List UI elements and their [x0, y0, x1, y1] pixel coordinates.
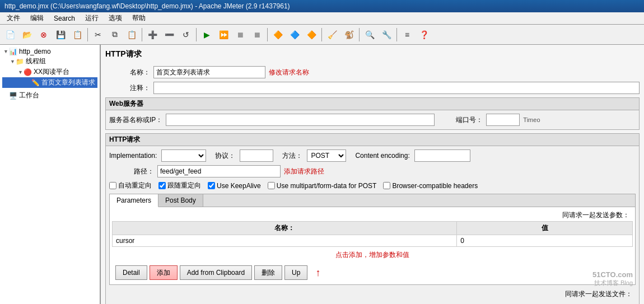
auto-redirect-checkbox[interactable]	[109, 182, 116, 189]
cut-button[interactable]: ✂	[90, 27, 106, 43]
tabs-container: Parameters Post Body 同请求一起发送参数：	[109, 194, 636, 285]
tree-item-thread-group[interactable]: ▼ 📁 线程组	[2, 56, 97, 67]
tabs-header: Parameters Post Body	[110, 194, 635, 207]
clear-button[interactable]: 🧹	[324, 27, 340, 43]
separator-7	[396, 28, 397, 41]
search-toolbar-button[interactable]: 🔍	[362, 27, 377, 43]
collapse-button[interactable]: ➖	[161, 27, 177, 43]
add-button[interactable]: 添加	[150, 265, 178, 280]
separator-2	[142, 28, 142, 41]
toggle-button[interactable]: ↺	[178, 27, 194, 43]
protocol-input[interactable]	[240, 149, 273, 162]
expand-icon-xx-reader: ▼	[18, 69, 24, 75]
clear-all-button[interactable]: 🐒	[341, 27, 357, 43]
title-bar: http_demo.jmx (C:\Users\wangfang.wf\Desk…	[0, 0, 644, 12]
save-as-button[interactable]: 📋	[69, 27, 85, 43]
multipart-checkbox[interactable]	[268, 182, 275, 189]
remote-stop-button[interactable]: 🔷	[287, 27, 302, 43]
tree-icon-http-demo: 📊	[9, 48, 17, 55]
open-button[interactable]: 📂	[19, 27, 35, 43]
menu-run[interactable]: 运行	[81, 12, 103, 24]
stop-button[interactable]: ⏹	[232, 27, 248, 43]
port-label: 端口号：	[438, 115, 483, 125]
separator-1	[87, 28, 88, 41]
start-no-pause-button[interactable]: ⏩	[216, 27, 231, 43]
tree-item-home-list[interactable]: ✏️ 首页文章列表请求	[2, 77, 97, 88]
method-label: 方法：	[282, 151, 302, 161]
implementation-select[interactable]	[161, 149, 206, 162]
path-input[interactable]	[157, 165, 281, 177]
method-select[interactable]: POST GET PUT DELETE	[307, 149, 346, 162]
tree-label-home-list: 首页文章列表请求	[41, 78, 95, 87]
tree-icon-xx-reader: 🔴	[24, 68, 32, 76]
web-server-title: Web服务器	[106, 98, 639, 110]
tree-icon-thread-group: 📁	[16, 58, 24, 66]
menu-options[interactable]: 选项	[104, 12, 127, 24]
keep-alive-label: Use KeepAlive	[217, 182, 261, 190]
watermark-blog: 技术博客 Blog	[592, 279, 633, 287]
comment-row: 注释：	[105, 82, 640, 94]
action-buttons: Detail 添加 Add from Clipboard 删除 Up ↑	[112, 263, 633, 282]
port-input[interactable]	[486, 114, 520, 126]
right-panel: HTTP请求 名称： 修改请求名称 注释： Web服务器 服务器名称或IP：	[101, 45, 644, 304]
tab-parameters[interactable]: Parameters	[110, 194, 158, 207]
menu-edit[interactable]: 编辑	[26, 12, 48, 24]
detail-button[interactable]: Detail	[115, 265, 147, 280]
delete-button[interactable]: 删除	[254, 265, 282, 280]
tree-icon-home-list: ✏️	[31, 79, 40, 87]
auto-redirect-checkbox-item: 自动重定向	[109, 181, 152, 190]
menu-bar: 文件 编辑 Search 运行 选项 帮助	[0, 12, 644, 25]
http-request-section-title: HTTP请求	[106, 134, 639, 146]
save-button[interactable]: 💾	[53, 27, 68, 43]
up-button[interactable]: Up	[284, 265, 307, 280]
left-panel: ▼ 📊 http_demo ▼ 📁 线程组 ▼ 🔴 XX阅读平台 ✏️ 首页文章…	[0, 45, 101, 304]
menu-file[interactable]: 文件	[2, 12, 25, 24]
reset-button[interactable]: 🔧	[379, 27, 394, 43]
keep-alive-checkbox[interactable]	[208, 182, 215, 189]
list-button[interactable]: ≡	[399, 27, 415, 43]
remote-start-button[interactable]: 🔶	[270, 27, 286, 43]
shutdown-button[interactable]: ⏹	[249, 27, 265, 43]
paste-button[interactable]: 📋	[124, 27, 139, 43]
menu-search[interactable]: Search	[49, 13, 80, 24]
comment-input[interactable]	[153, 82, 640, 94]
tree-item-workbench[interactable]: 🖥️ 工作台	[2, 90, 97, 101]
expand-icon-thread-group: ▼	[10, 59, 16, 64]
start-button[interactable]: ▶	[199, 27, 214, 43]
remote-shutdown-button[interactable]: 🔶	[304, 27, 319, 43]
separator-5	[321, 28, 322, 41]
copy-button[interactable]: ⧉	[107, 27, 123, 43]
http-request-section-content: Implementation: 协议： 方法： POST GET PUT DEL…	[106, 146, 639, 304]
tab-post-body[interactable]: Post Body	[158, 194, 203, 207]
col-value-header: 值	[457, 222, 633, 235]
tree-label-http-demo: http_demo	[19, 48, 51, 55]
tree-item-xx-reader[interactable]: ▼ 🔴 XX阅读平台	[2, 67, 97, 77]
protocol-label: 协议：	[215, 151, 235, 161]
implementation-row: Implementation: 协议： 方法： POST GET PUT DEL…	[109, 149, 636, 162]
path-row: 路径： 添加请求路径	[109, 165, 636, 177]
help-toolbar-button[interactable]: ❓	[416, 27, 432, 43]
title-text: http_demo.jmx (C:\Users\wangfang.wf\Desk…	[4, 2, 290, 10]
tree-item-http-demo[interactable]: ▼ 📊 http_demo	[2, 47, 97, 56]
name-row: 名称： 修改请求名称	[105, 66, 640, 78]
close-button[interactable]: ⊗	[36, 27, 52, 43]
add-from-clipboard-button[interactable]: Add from Clipboard	[180, 265, 252, 280]
server-name-input[interactable]	[166, 114, 435, 126]
content-encoding-input[interactable]	[414, 149, 470, 162]
http-request-form: HTTP请求 名称： 修改请求名称 注释： Web服务器 服务器名称或IP：	[101, 45, 644, 304]
expand-button[interactable]: ➕	[144, 27, 160, 43]
follow-redirect-checkbox[interactable]	[158, 182, 166, 189]
menu-help[interactable]: 帮助	[128, 12, 150, 24]
follow-redirect-label: 跟随重定向	[167, 181, 201, 190]
name-input[interactable]	[153, 66, 265, 78]
keep-alive-checkbox-item: Use KeepAlive	[208, 182, 261, 190]
col-name-header: 名称：	[113, 222, 457, 235]
browser-compatible-checkbox[interactable]	[383, 182, 390, 189]
tree-icon-workbench: 🖥️	[9, 92, 17, 100]
name-link[interactable]: 修改请求名称	[269, 68, 309, 77]
expand-icon-http-demo: ▼	[3, 49, 9, 54]
separator-6	[359, 28, 360, 41]
path-link[interactable]: 添加请求路径	[284, 167, 324, 176]
separator-3	[196, 28, 197, 41]
new-button[interactable]: 📄	[2, 27, 18, 43]
